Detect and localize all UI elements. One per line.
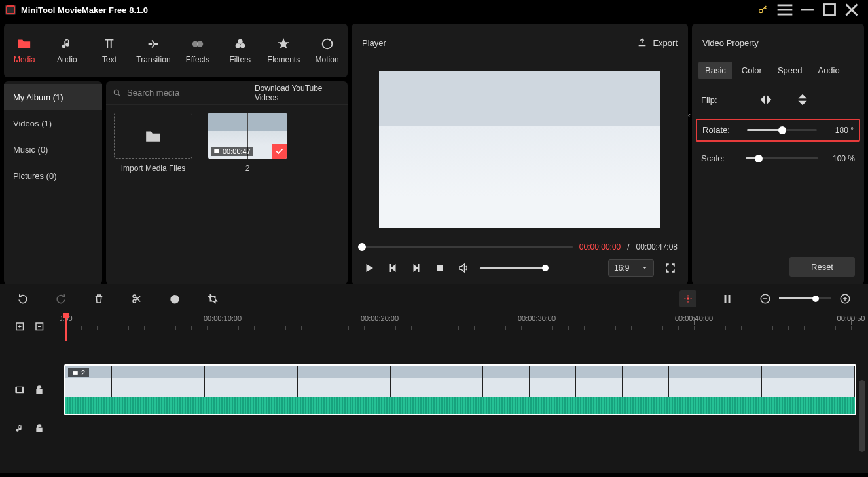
toolbar-audio[interactable]: Audio [52, 37, 82, 64]
toolbar-effects[interactable]: Effects [182, 37, 213, 64]
svg-point-12 [114, 90, 118, 94]
tab-basic[interactable]: Basic [698, 62, 732, 79]
delete-button[interactable] [92, 292, 106, 306]
svg-rect-14 [437, 265, 443, 271]
flip-label: Flip: [701, 95, 739, 105]
rotate-value: 180 ° [823, 126, 854, 135]
zoom-in-button[interactable] [838, 292, 852, 306]
video-track-lock-icon[interactable] [34, 385, 45, 395]
add-track-button[interactable] [14, 321, 26, 333]
property-title: Video Property [692, 24, 864, 62]
svg-point-0 [759, 9, 763, 12]
zoom-out-button[interactable] [758, 292, 772, 306]
tab-audio[interactable]: Audio [811, 62, 846, 79]
panel-collapse-handle[interactable]: ‹ [687, 107, 692, 122]
timeline-ruler[interactable]: 0:0000:00:10:0000:00:20:0000:00:30:0000:… [60, 313, 868, 341]
audio-track-lock-icon[interactable] [34, 423, 45, 434]
svg-rect-3 [778, 14, 793, 16]
svg-rect-17 [725, 295, 727, 303]
redo-button[interactable] [54, 292, 68, 306]
toolbar-transition[interactable]: Transition [136, 37, 170, 64]
timeline-vertical-scrollbar[interactable] [859, 380, 865, 452]
app-logo [5, 5, 16, 15]
clip-duration-badge: 00:00:47 [211, 147, 253, 156]
toolbar-elements[interactable]: Elements [267, 37, 300, 64]
preview-image [379, 71, 660, 228]
media-clip-label: 2 [245, 164, 250, 173]
export-button[interactable]: Export [637, 37, 678, 48]
total-duration: 00:00:47:08 [636, 242, 678, 252]
player-panel: Player Export 00:00:00:00 / 00:00:47:08 [352, 24, 688, 284]
title-bar: MiniTool MovieMaker Free 8.1.0 [0, 0, 868, 20]
svg-point-10 [240, 43, 245, 48]
close-button[interactable] [841, 0, 863, 20]
next-frame-button[interactable] [409, 261, 424, 275]
svg-rect-23 [844, 297, 846, 301]
import-media-button[interactable] [114, 113, 192, 159]
svg-rect-1 [778, 5, 793, 7]
sidebar-item-music[interactable]: Music (0) [4, 136, 102, 162]
svg-rect-2 [778, 9, 793, 11]
media-clip-thumbnail[interactable]: 00:00:47 [208, 113, 287, 159]
sidebar-item-pictures[interactable]: Pictures (0) [4, 162, 102, 189]
crop-button[interactable] [206, 292, 220, 306]
prev-frame-button[interactable] [386, 261, 400, 275]
media-panel: Download YouTube Videos Import Media Fil… [106, 81, 348, 284]
rotate-row-highlight: Rotate: 180 ° [696, 119, 860, 142]
player-progress-bar[interactable] [362, 246, 573, 248]
flip-vertical-button[interactable] [794, 92, 811, 107]
audio-track-icon [14, 423, 25, 434]
speed-button[interactable] [168, 292, 182, 306]
toolbar-media[interactable]: Media [9, 37, 40, 64]
menu-icon[interactable] [774, 0, 796, 20]
minimize-button[interactable] [796, 0, 818, 20]
flip-horizontal-button[interactable] [757, 92, 774, 107]
toolbar-filters[interactable]: Filters [225, 37, 255, 64]
search-input[interactable] [127, 88, 237, 98]
svg-rect-30 [73, 371, 78, 375]
reset-button[interactable]: Reset [789, 257, 855, 277]
svg-rect-18 [729, 295, 731, 303]
main-toolbar: MediaAudioTextTransitionEffectsFiltersEl… [4, 24, 348, 77]
undo-button[interactable] [16, 292, 30, 306]
scale-value: 100 % [825, 154, 855, 163]
svg-rect-20 [763, 298, 767, 299]
aspect-ratio-dropdown[interactable]: 16:9 [608, 259, 654, 277]
zoom-slider[interactable] [779, 297, 831, 299]
timeline-clip[interactable]: 2 [64, 364, 856, 415]
toolbar-motion[interactable]: Motion [312, 37, 342, 64]
marker-button[interactable] [679, 290, 696, 307]
tab-speed[interactable]: Speed [771, 62, 809, 79]
split-button[interactable] [130, 292, 144, 306]
playhead[interactable] [65, 313, 67, 341]
svg-rect-27 [16, 387, 17, 392]
rotate-slider[interactable] [747, 129, 817, 131]
scale-slider[interactable] [746, 157, 818, 159]
video-track-icon [14, 385, 25, 395]
sidebar-item-videos[interactable]: Videos (1) [4, 110, 102, 136]
play-button[interactable] [362, 261, 376, 275]
tab-color[interactable]: Color [735, 62, 769, 79]
snap-button[interactable] [720, 292, 734, 306]
svg-point-9 [235, 43, 240, 48]
fullscreen-button[interactable] [663, 261, 678, 275]
volume-icon[interactable] [456, 261, 471, 275]
scale-label: Scale: [701, 153, 739, 163]
remove-track-button[interactable] [34, 321, 46, 333]
search-icon [113, 88, 122, 98]
sidebar-item-my[interactable]: My Album (1) [4, 84, 102, 110]
import-media-label: Import Media Files [121, 164, 186, 173]
maximize-button[interactable] [818, 0, 841, 20]
activate-key-icon[interactable] [751, 0, 774, 20]
stop-button[interactable] [433, 261, 447, 275]
svg-point-8 [238, 39, 242, 44]
download-youtube-link[interactable]: Download YouTube Videos [242, 84, 341, 102]
current-time: 00:00:00:00 [579, 242, 621, 252]
volume-slider[interactable] [480, 267, 545, 269]
clip-audio-waveform [65, 397, 855, 415]
property-tabs: BasicColorSpeedAudio [692, 62, 864, 79]
property-panel: ‹ Video Property BasicColorSpeedAudio Fl… [692, 24, 864, 284]
player-viewport[interactable] [379, 71, 660, 228]
toolbar-text[interactable]: Text [94, 37, 125, 64]
svg-rect-28 [22, 387, 24, 392]
